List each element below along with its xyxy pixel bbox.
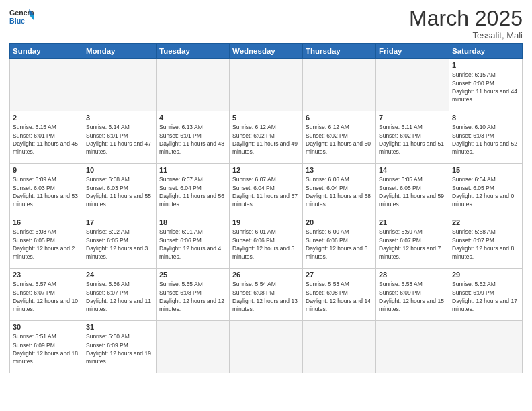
col-monday: Monday xyxy=(83,44,157,59)
day-info: Sunrise: 6:14 AM Sunset: 6:01 PM Dayligh… xyxy=(86,123,153,156)
calendar-cell xyxy=(376,321,449,373)
day-number: 6 xyxy=(306,113,373,122)
calendar-cell: 2Sunrise: 6:15 AM Sunset: 6:01 PM Daylig… xyxy=(10,111,83,164)
col-sunday: Sunday xyxy=(10,44,83,59)
calendar-cell xyxy=(230,321,303,373)
day-number: 10 xyxy=(86,166,153,174)
day-info: Sunrise: 5:59 AM Sunset: 6:07 PM Dayligh… xyxy=(379,228,446,261)
day-info: Sunrise: 6:00 AM Sunset: 6:06 PM Dayligh… xyxy=(306,228,373,261)
calendar-cell: 16Sunrise: 6:03 AM Sunset: 6:05 PM Dayli… xyxy=(10,216,83,269)
day-number: 31 xyxy=(86,323,153,331)
subtitle: Tessalit, Mali xyxy=(409,30,523,40)
day-number: 3 xyxy=(86,113,153,122)
logo-icon: General Blue xyxy=(9,7,34,27)
day-info: Sunrise: 5:53 AM Sunset: 6:09 PM Dayligh… xyxy=(379,280,446,313)
day-info: Sunrise: 6:05 AM Sunset: 6:05 PM Dayligh… xyxy=(379,175,446,208)
day-number: 24 xyxy=(86,271,153,279)
day-info: Sunrise: 6:15 AM Sunset: 6:00 PM Dayligh… xyxy=(452,71,519,103)
calendar-cell xyxy=(10,59,83,111)
day-info: Sunrise: 6:15 AM Sunset: 6:01 PM Dayligh… xyxy=(13,123,80,156)
day-number: 20 xyxy=(306,218,373,226)
calendar-cell: 22Sunrise: 5:58 AM Sunset: 6:07 PM Dayli… xyxy=(449,216,523,269)
day-info: Sunrise: 5:56 AM Sunset: 6:07 PM Dayligh… xyxy=(86,280,153,313)
day-info: Sunrise: 6:13 AM Sunset: 6:01 PM Dayligh… xyxy=(159,123,226,156)
day-number: 15 xyxy=(452,166,519,174)
calendar-cell: 6Sunrise: 6:12 AM Sunset: 6:02 PM Daylig… xyxy=(303,111,376,164)
col-thursday: Thursday xyxy=(303,44,376,59)
col-friday: Friday xyxy=(376,44,449,59)
day-number: 25 xyxy=(159,271,226,279)
day-number: 2 xyxy=(13,113,80,122)
calendar-week-1: 2Sunrise: 6:15 AM Sunset: 6:01 PM Daylig… xyxy=(10,111,523,164)
calendar-cell: 29Sunrise: 5:52 AM Sunset: 6:09 PM Dayli… xyxy=(449,269,523,321)
calendar-cell: 4Sunrise: 6:13 AM Sunset: 6:01 PM Daylig… xyxy=(157,111,230,164)
col-wednesday: Wednesday xyxy=(230,44,303,59)
day-info: Sunrise: 6:01 AM Sunset: 6:06 PM Dayligh… xyxy=(159,228,226,261)
calendar-cell: 9Sunrise: 6:09 AM Sunset: 6:03 PM Daylig… xyxy=(10,164,83,216)
calendar-cell: 18Sunrise: 6:01 AM Sunset: 6:06 PM Dayli… xyxy=(157,216,230,269)
day-number: 22 xyxy=(452,218,519,226)
day-number: 29 xyxy=(452,271,519,279)
day-info: Sunrise: 6:10 AM Sunset: 6:03 PM Dayligh… xyxy=(452,123,519,156)
calendar-cell: 7Sunrise: 6:11 AM Sunset: 6:02 PM Daylig… xyxy=(376,111,449,164)
calendar-cell: 10Sunrise: 6:08 AM Sunset: 6:03 PM Dayli… xyxy=(83,164,157,216)
col-tuesday: Tuesday xyxy=(157,44,230,59)
day-info: Sunrise: 6:04 AM Sunset: 6:05 PM Dayligh… xyxy=(452,175,519,208)
day-number: 27 xyxy=(306,271,373,279)
calendar-cell: 31Sunrise: 5:50 AM Sunset: 6:09 PM Dayli… xyxy=(83,321,157,373)
header: General Blue March 2025 Tessalit, Mali xyxy=(9,7,523,40)
day-number: 17 xyxy=(86,218,153,226)
calendar-cell xyxy=(83,59,157,111)
day-number: 26 xyxy=(232,271,300,279)
calendar-cell xyxy=(303,321,376,373)
svg-text:Blue: Blue xyxy=(9,17,25,25)
calendar-cell: 15Sunrise: 6:04 AM Sunset: 6:05 PM Dayli… xyxy=(449,164,523,216)
calendar-cell xyxy=(449,321,523,373)
col-saturday: Saturday xyxy=(449,44,523,59)
calendar-cell: 25Sunrise: 5:55 AM Sunset: 6:08 PM Dayli… xyxy=(157,269,230,321)
day-info: Sunrise: 6:07 AM Sunset: 6:04 PM Dayligh… xyxy=(232,175,300,208)
calendar-cell: 24Sunrise: 5:56 AM Sunset: 6:07 PM Dayli… xyxy=(83,269,157,321)
calendar-cell: 19Sunrise: 6:01 AM Sunset: 6:06 PM Dayli… xyxy=(230,216,303,269)
day-number: 19 xyxy=(232,218,300,226)
calendar-cell xyxy=(303,59,376,111)
day-info: Sunrise: 5:58 AM Sunset: 6:07 PM Dayligh… xyxy=(452,228,519,261)
calendar-cell xyxy=(376,59,449,111)
calendar-cell: 30Sunrise: 5:51 AM Sunset: 6:09 PM Dayli… xyxy=(10,321,83,373)
calendar-cell: 17Sunrise: 6:02 AM Sunset: 6:05 PM Dayli… xyxy=(83,216,157,269)
calendar-cell: 13Sunrise: 6:06 AM Sunset: 6:04 PM Dayli… xyxy=(303,164,376,216)
calendar: Sunday Monday Tuesday Wednesday Thursday… xyxy=(9,43,523,373)
day-info: Sunrise: 6:09 AM Sunset: 6:03 PM Dayligh… xyxy=(13,175,80,208)
calendar-week-4: 23Sunrise: 5:57 AM Sunset: 6:07 PM Dayli… xyxy=(10,269,523,321)
day-number: 8 xyxy=(452,113,519,122)
calendar-cell: 5Sunrise: 6:12 AM Sunset: 6:02 PM Daylig… xyxy=(230,111,303,164)
day-number: 11 xyxy=(159,166,226,174)
day-info: Sunrise: 5:52 AM Sunset: 6:09 PM Dayligh… xyxy=(452,280,519,313)
day-number: 12 xyxy=(232,166,300,174)
day-info: Sunrise: 6:03 AM Sunset: 6:05 PM Dayligh… xyxy=(13,228,80,261)
calendar-cell: 23Sunrise: 5:57 AM Sunset: 6:07 PM Dayli… xyxy=(10,269,83,321)
day-number: 7 xyxy=(379,113,446,122)
day-info: Sunrise: 6:12 AM Sunset: 6:02 PM Dayligh… xyxy=(306,123,373,156)
day-number: 4 xyxy=(159,113,226,122)
day-info: Sunrise: 6:01 AM Sunset: 6:06 PM Dayligh… xyxy=(232,228,300,261)
day-number: 30 xyxy=(13,323,80,331)
calendar-week-3: 16Sunrise: 6:03 AM Sunset: 6:05 PM Dayli… xyxy=(10,216,523,269)
day-number: 13 xyxy=(306,166,373,174)
day-number: 14 xyxy=(379,166,446,174)
day-info: Sunrise: 5:51 AM Sunset: 6:09 PM Dayligh… xyxy=(13,332,80,365)
day-info: Sunrise: 6:11 AM Sunset: 6:02 PM Dayligh… xyxy=(379,123,446,156)
day-number: 28 xyxy=(379,271,446,279)
header-row: Sunday Monday Tuesday Wednesday Thursday… xyxy=(10,44,523,59)
calendar-cell: 1Sunrise: 6:15 AM Sunset: 6:00 PM Daylig… xyxy=(449,59,523,111)
day-number: 1 xyxy=(452,61,519,69)
day-number: 23 xyxy=(13,271,80,279)
day-info: Sunrise: 6:08 AM Sunset: 6:03 PM Dayligh… xyxy=(86,175,153,208)
calendar-cell xyxy=(230,59,303,111)
title-area: March 2025 Tessalit, Mali xyxy=(409,7,523,40)
calendar-cell: 21Sunrise: 5:59 AM Sunset: 6:07 PM Dayli… xyxy=(376,216,449,269)
day-info: Sunrise: 5:57 AM Sunset: 6:07 PM Dayligh… xyxy=(13,280,80,313)
calendar-cell: 20Sunrise: 6:00 AM Sunset: 6:06 PM Dayli… xyxy=(303,216,376,269)
calendar-cell: 11Sunrise: 6:07 AM Sunset: 6:04 PM Dayli… xyxy=(157,164,230,216)
day-info: Sunrise: 5:53 AM Sunset: 6:08 PM Dayligh… xyxy=(306,280,373,313)
